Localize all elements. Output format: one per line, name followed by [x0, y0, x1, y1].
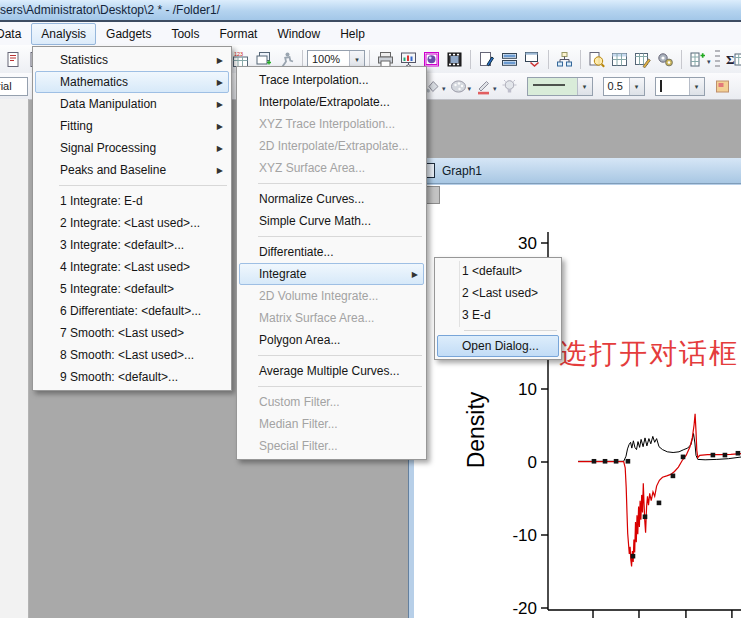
menu-item-polygon-area[interactable]: Polygon Area... — [239, 329, 424, 351]
font-combo[interactable]: rial — [0, 77, 28, 96]
extract-graphs-icon[interactable] — [522, 49, 543, 70]
menu-separator — [464, 330, 557, 331]
layer-management-icon[interactable] — [554, 49, 575, 70]
menu-item-xyz-surface-area[interactable]: XYZ Surface Area... — [239, 157, 424, 179]
menu-item-label: 1 <default> — [462, 264, 522, 278]
dropdown-arrow-icon[interactable]: ▾ — [577, 78, 592, 95]
menu-item-open-dialog[interactable]: Open Dialog... — [437, 335, 559, 357]
options-gear-icon[interactable] — [655, 49, 676, 70]
menu-item-label: 2 Integrate: <Last used>... — [60, 216, 200, 230]
menu-item-special-filter[interactable]: Special Filter... — [239, 435, 424, 457]
worksheet-icon[interactable] — [609, 49, 630, 70]
data-marker — [711, 453, 716, 458]
menu-item-average-multiple-curves[interactable]: Average Multiple Curves... — [239, 360, 424, 382]
menu-item-2d-volume-integrate[interactable]: 2D Volume Integrate... — [239, 285, 424, 307]
line-width-combo[interactable]: 0.5 ▾ — [603, 77, 645, 96]
data-marker — [603, 459, 608, 464]
dropdown-arrow-icon[interactable]: ▾ — [349, 51, 364, 68]
menu-item-mathematics[interactable]: Mathematics▶ — [35, 71, 229, 93]
menu-item-7-smooth-last-used[interactable]: 7 Smooth: <Last used> — [35, 322, 229, 344]
menu-item-label: 3 Integrate: <default>... — [60, 238, 184, 252]
dropdown-arrow-icon[interactable]: ▾ — [629, 78, 644, 95]
menu-separator — [258, 355, 422, 356]
toolbar-separator — [548, 50, 549, 69]
menu-item-2-integrate-last-used[interactable]: 2 Integrate: <Last used>... — [35, 212, 229, 234]
menu-item-6-differentiate-default[interactable]: 6 Differentiate: <default>... — [35, 300, 229, 322]
menu-item-normalize-curves[interactable]: Normalize Curves... — [239, 188, 424, 210]
menu-item-1-integrate-e-d[interactable]: 1 Integrate: E-d — [35, 190, 229, 212]
mathematics-submenu: Trace Interpolation...Interpolate/Extrap… — [236, 66, 427, 460]
menu-item-simple-curve-math[interactable]: Simple Curve Math... — [239, 210, 424, 232]
menu-item-5-integrate-default[interactable]: 5 Integrate: <default> — [35, 278, 229, 300]
menu-item-2d-interpolate-extrapolate[interactable]: 2D Interpolate/Extrapolate... — [239, 135, 424, 157]
dropdown-arrow-icon[interactable]: ▾ — [689, 78, 704, 95]
menubar-item-window[interactable]: Window — [267, 23, 330, 45]
menu-item-fitting[interactable]: Fitting▶ — [35, 115, 229, 137]
menu-item-xyz-trace-interpolation[interactable]: XYZ Trace Interpolation... — [239, 113, 424, 135]
line-style-combo[interactable]: ▾ — [527, 77, 593, 96]
menu-bar: DataAnalysisGadgetsToolsFormatWindowHelp — [0, 22, 741, 45]
worksheet-edit-icon[interactable] — [632, 49, 653, 70]
svg-text:Σ: Σ — [726, 52, 735, 67]
line-color-icon[interactable] — [473, 76, 494, 97]
menu-item-differentiate[interactable]: Differentiate... — [239, 241, 424, 263]
svg-text:123: 123 — [234, 51, 243, 57]
menu-item-label: Integrate — [259, 267, 306, 281]
menu-item-data-manipulation[interactable]: Data Manipulation▶ — [35, 93, 229, 115]
line-style-preview — [532, 80, 566, 90]
menu-item-custom-filter[interactable]: Custom Filter... — [239, 391, 424, 413]
menu-item-interpolate-extrapolate[interactable]: Interpolate/Extrapolate... — [239, 91, 424, 113]
open-document-icon[interactable] — [3, 49, 24, 70]
menubar-item-analysis[interactable]: Analysis — [31, 23, 96, 45]
menu-item-3-integrate-default[interactable]: 3 Integrate: <default>... — [35, 234, 229, 256]
menu-item-signal-processing[interactable]: Signal Processing▶ — [35, 137, 229, 159]
line-style-swatch — [528, 80, 577, 92]
menu-item-median-filter[interactable]: Median Filter... — [239, 413, 424, 435]
add-column-icon[interactable] — [687, 49, 708, 70]
menu-item-label: 5 Integrate: <default> — [60, 282, 174, 296]
menu-item-9-smooth-default[interactable]: 9 Smooth: <default>... — [35, 366, 229, 388]
menu-item-label: 3 E-d — [462, 308, 491, 322]
y-tick-label: -20 — [512, 599, 537, 618]
highlight-icon[interactable] — [499, 76, 520, 97]
data-marker — [657, 501, 662, 506]
menu-separator — [258, 236, 422, 237]
menu-item-matrix-surface-area[interactable]: Matrix Surface Area... — [239, 307, 424, 329]
color-tool-icon[interactable] — [713, 76, 734, 97]
menubar-item-data[interactable]: Data — [0, 23, 31, 45]
menu-item-3-e-d[interactable]: 3 E-d — [437, 304, 559, 326]
font-combo-value: rial — [0, 80, 27, 92]
menubar-item-help[interactable]: Help — [330, 23, 375, 45]
menu-item-2-last-used[interactable]: 2 <Last used> — [437, 282, 559, 304]
menu-item-trace-interpolation[interactable]: Trace Interpolation... — [239, 69, 424, 91]
menu-item-1-default[interactable]: 1 <default> — [437, 260, 559, 282]
menu-item-integrate[interactable]: Integrate▶ — [239, 263, 424, 285]
dropdown-arrow-icon[interactable]: ▾ — [707, 58, 711, 66]
graph-window-titlebar[interactable]: Graph1 — [410, 158, 741, 184]
title-bar[interactable]: sers\Administrator\Desktop\2 * - /Folder… — [0, 0, 741, 20]
menu-item-peaks-and-baseline[interactable]: Peaks and Baseline▶ — [35, 159, 229, 181]
menu-item-8-smooth-last-used[interactable]: 8 Smooth: <Last used>... — [35, 344, 229, 366]
border-style-combo[interactable]: ▾ — [655, 77, 705, 96]
border-style-preview — [660, 80, 662, 92]
page-layout-icon[interactable] — [476, 49, 497, 70]
toolbar-group-font: rial — [0, 75, 28, 97]
zoom-document-icon[interactable] — [586, 49, 607, 70]
submenu-arrow-icon: ▶ — [217, 78, 223, 87]
border-style-swatch — [656, 80, 689, 92]
menubar-item-gadgets[interactable]: Gadgets — [96, 23, 161, 45]
menubar-item-tools[interactable]: Tools — [161, 23, 209, 45]
zoom-level-value: 100% — [308, 53, 349, 65]
menu-item-label: Open Dialog... — [462, 339, 539, 353]
palette-icon[interactable] — [448, 76, 469, 97]
menu-item-label: Data Manipulation — [60, 97, 157, 111]
data-marker — [614, 459, 619, 464]
menu-separator — [258, 386, 422, 387]
merge-graphs-icon[interactable] — [499, 49, 520, 70]
menu-item-statistics[interactable]: Statistics▶ — [35, 49, 229, 71]
menu-item-4-integrate-last-used[interactable]: 4 Integrate: <Last used> — [35, 256, 229, 278]
series-integral-curve — [578, 414, 741, 567]
statistics-sigma-icon[interactable]: Σ — [724, 49, 741, 70]
menubar-item-format[interactable]: Format — [209, 23, 267, 45]
video-icon[interactable] — [444, 49, 465, 70]
